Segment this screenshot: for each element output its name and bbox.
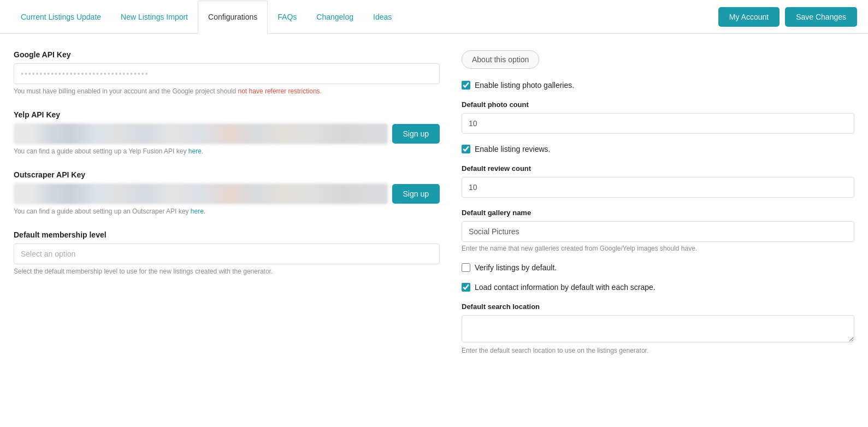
tab-ideas[interactable]: Ideas <box>363 0 401 33</box>
outscraper-api-key-hint: You can find a guide about setting up an… <box>14 207 440 215</box>
default-membership-label: Default membership level <box>14 230 440 239</box>
yelp-signup-button[interactable]: Sign up <box>392 124 440 144</box>
top-nav: Current Listings Update New Listings Imp… <box>0 0 868 34</box>
outscraper-api-key-label: Outscraper API Key <box>14 170 440 179</box>
default-membership-select[interactable]: Select an option <box>14 244 440 264</box>
verify-listings-checkbox[interactable] <box>462 263 470 272</box>
verify-listings-label: Verify listings by default. <box>475 263 557 272</box>
yelp-api-key-row: Sign up <box>14 123 440 144</box>
tab-configurations[interactable]: Configurations <box>198 1 268 34</box>
google-api-key-section: Google API Key You must have billing ena… <box>14 50 440 95</box>
default-gallery-name-section: Default gallery name Enter the name that… <box>462 209 854 252</box>
enable-reviews-checkbox[interactable] <box>462 145 470 153</box>
yelp-api-key-hint: You can find a guide about setting up a … <box>14 147 440 155</box>
default-search-location-section: Default search location Enter the defaul… <box>462 303 854 354</box>
left-column: Google API Key You must have billing ena… <box>14 50 440 365</box>
tab-changelog[interactable]: Changelog <box>306 0 363 33</box>
my-account-button[interactable]: My Account <box>718 7 780 27</box>
tab-current-listings[interactable]: Current Listings Update <box>11 0 111 33</box>
default-membership-hint: Select the default membership level to u… <box>14 268 440 275</box>
outscraper-api-key-masked <box>14 183 388 204</box>
default-search-location-label: Default search location <box>462 303 854 311</box>
nav-actions: My Account Save Changes <box>718 7 857 27</box>
google-api-key-input[interactable] <box>14 63 440 84</box>
default-search-location-hint: Enter the default search location to use… <box>462 347 854 354</box>
about-option-badge: About this option <box>462 50 539 69</box>
yelp-hint-link[interactable]: here <box>188 147 202 155</box>
default-search-location-input[interactable] <box>462 315 854 342</box>
default-membership-section: Default membership level Select an optio… <box>14 230 440 275</box>
yelp-api-key-section: Yelp API Key Sign up You can find a guid… <box>14 110 440 155</box>
load-contact-info-checkbox[interactable] <box>462 283 470 292</box>
google-api-key-hint: You must have billing enabled in your ac… <box>14 87 440 95</box>
outscraper-api-key-row: Sign up <box>14 183 440 204</box>
right-column: About this option Enable listing photo g… <box>462 50 854 365</box>
default-review-count-input[interactable] <box>462 177 854 198</box>
google-api-key-label: Google API Key <box>14 50 440 59</box>
main-content: Google API Key You must have billing ena… <box>0 34 868 382</box>
yelp-api-key-masked <box>14 123 388 144</box>
save-changes-button[interactable]: Save Changes <box>785 7 857 27</box>
tab-faqs[interactable]: FAQs <box>268 0 306 33</box>
default-review-count-label: Default review count <box>462 164 854 173</box>
enable-photo-galleries-checkbox[interactable] <box>462 81 470 90</box>
default-photo-count-section: Default photo count <box>462 100 854 134</box>
default-photo-count-input[interactable] <box>462 113 854 134</box>
verify-listings-row: Verify listings by default. <box>462 263 854 272</box>
outscraper-api-key-section: Outscraper API Key Sign up You can find … <box>14 170 440 215</box>
yelp-api-key-label: Yelp API Key <box>14 110 440 119</box>
default-gallery-name-label: Default gallery name <box>462 209 854 217</box>
enable-photo-galleries-row: Enable listing photo galleries. <box>462 81 854 90</box>
default-photo-count-label: Default photo count <box>462 100 854 109</box>
enable-reviews-label: Enable listing reviews. <box>475 145 551 153</box>
default-review-count-section: Default review count <box>462 164 854 198</box>
enable-reviews-row: Enable listing reviews. <box>462 145 854 153</box>
load-contact-info-row: Load contact information by default with… <box>462 283 854 292</box>
default-gallery-name-hint: Enter the name that new galleries create… <box>462 245 854 252</box>
enable-photo-galleries-label: Enable listing photo galleries. <box>475 81 574 90</box>
outscraper-hint-link[interactable]: here <box>191 207 204 215</box>
outscraper-signup-button[interactable]: Sign up <box>392 184 440 204</box>
nav-tabs: Current Listings Update New Listings Imp… <box>11 0 401 33</box>
tab-new-listings[interactable]: New Listings Import <box>111 0 198 33</box>
load-contact-info-label: Load contact information by default with… <box>475 283 656 292</box>
default-gallery-name-input[interactable] <box>462 221 854 242</box>
